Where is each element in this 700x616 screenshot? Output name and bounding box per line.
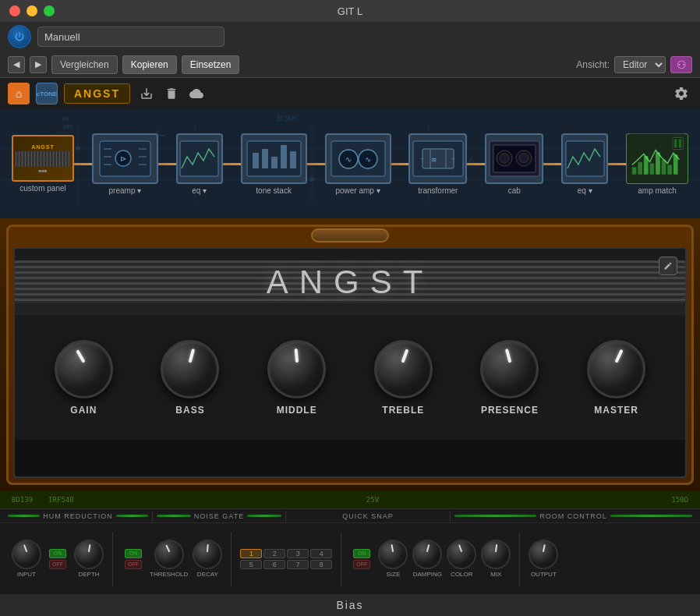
chain-item-transformer[interactable]: ≋ ~ ~ transformer: [408, 133, 467, 195]
master-label: MASTER: [594, 405, 638, 416]
chain-item-preamp[interactable]: ⊳ preamp: [92, 133, 158, 195]
svg-text:BC560C: BC560C: [277, 115, 299, 122]
color-knob[interactable]: [447, 540, 476, 569]
damping-knob[interactable]: [412, 540, 442, 569]
size-knob[interactable]: [378, 540, 408, 569]
chain-item-custom-panel[interactable]: ANGST ■■■ custom panel: [12, 135, 74, 193]
delete-icon[interactable]: [161, 83, 182, 104]
resistor-label: 150Ω: [671, 496, 688, 504]
plugin-name: ANGST: [64, 83, 130, 104]
svg-text:~: ~: [420, 155, 424, 162]
chain-item-eq2[interactable]: eq: [561, 133, 608, 195]
link-button[interactable]: ⚇: [670, 56, 692, 73]
svg-rect-31: [290, 151, 296, 168]
chain-item-cab[interactable]: cab: [485, 133, 543, 195]
threshold-knob[interactable]: [154, 540, 184, 569]
editor-select[interactable]: Editor: [614, 56, 666, 73]
hum-off-button[interactable]: OFF: [49, 560, 66, 569]
knob-presence[interactable]: PRESENCE: [480, 340, 539, 416]
power-button[interactable]: [8, 25, 31, 48]
room-on-button[interactable]: ON: [353, 549, 370, 558]
snap-btn-6[interactable]: 6: [263, 560, 285, 569]
minimize-button[interactable]: [27, 5, 37, 16]
knobs-area: GAIN BASS MIDDLE: [15, 315, 685, 440]
settings-icon[interactable]: [670, 83, 692, 104]
knob-treble[interactable]: TREBLE: [374, 340, 433, 416]
knob-middle[interactable]: MIDDLE: [267, 340, 326, 416]
ctone-button[interactable]: cTONE: [36, 83, 58, 104]
chain-line-1: [74, 163, 92, 165]
snap-btn-1[interactable]: 1: [240, 549, 262, 558]
knob-bass[interactable]: BASS: [161, 340, 219, 416]
svg-text:∿: ∿: [345, 155, 352, 164]
cloud-icon[interactable]: [186, 83, 207, 104]
master-knob[interactable]: [587, 340, 645, 398]
output-knob[interactable]: [529, 540, 558, 569]
hum-on-button[interactable]: ON: [49, 549, 66, 558]
chip2-label: IRF540: [48, 496, 74, 504]
chain-line-5: [391, 163, 409, 165]
snap-btn-4[interactable]: 4: [310, 549, 332, 558]
maximize-button[interactable]: [44, 5, 55, 16]
chain-item-tone-stack[interactable]: tone stack: [241, 133, 307, 195]
presence-knob[interactable]: [480, 340, 539, 398]
svg-rect-27: [253, 153, 259, 168]
treble-knob[interactable]: [374, 340, 433, 398]
depth-knob[interactable]: [74, 540, 104, 569]
knob-master[interactable]: MASTER: [587, 340, 645, 416]
chain-item-eq1[interactable]: eq: [176, 133, 223, 195]
next-button[interactable]: ▶: [30, 56, 47, 73]
mix-knob[interactable]: [481, 540, 511, 569]
decay-knob[interactable]: [193, 540, 222, 569]
bottom-knobs-row: INPUT ON OFF DEPTH ON OFF THRESHOLD: [0, 523, 700, 594]
chain-line-7: [543, 163, 561, 165]
home-button[interactable]: ⌂: [8, 83, 30, 104]
signal-chain: ⊢ ⊢ △ BC560C R8 10M ANGST ■■■ custom pan…: [0, 109, 700, 218]
gate-off-button[interactable]: OFF: [125, 560, 142, 569]
threshold-section: THRESHOLD: [150, 540, 188, 578]
copy-button[interactable]: Kopieren: [122, 55, 177, 74]
gain-knob[interactable]: [55, 340, 113, 398]
amp-grille: ANGST: [15, 249, 685, 315]
room-off-button[interactable]: OFF: [353, 560, 370, 569]
noise-gate-label: NOISE GATE: [194, 512, 244, 520]
transformer-label: transformer: [418, 186, 458, 195]
chain-item-amp-match[interactable]: amp match: [626, 133, 688, 195]
middle-knob[interactable]: [267, 340, 326, 398]
bass-knob[interactable]: [161, 340, 219, 398]
hum-reduction-label: HUM REDUCTION: [43, 512, 113, 520]
output-label: OUTPUT: [531, 571, 557, 578]
gate-on-button[interactable]: ON: [125, 549, 142, 558]
compare-button[interactable]: Vergleichen: [51, 55, 118, 74]
snap-btn-2[interactable]: 2: [263, 549, 285, 558]
paste-button[interactable]: Einsetzen: [182, 55, 240, 74]
toolbar-row2: ◀ ▶ Vergleichen Kopieren Einsetzen Ansic…: [0, 51, 700, 78]
save-icon[interactable]: [136, 83, 157, 104]
input-knob[interactable]: [12, 540, 41, 569]
svg-text:10M: 10M: [62, 124, 72, 130]
gain-label: GAIN: [70, 405, 97, 416]
snap-btn-8[interactable]: 8: [310, 560, 332, 569]
damping-section: DAMPING: [412, 540, 442, 578]
chip1-label: BD139: [12, 496, 33, 504]
decay-label: DECAY: [197, 571, 218, 578]
chain-items: ANGST ■■■ custom panel ⊳: [12, 133, 688, 195]
svg-text:≋: ≋: [431, 156, 437, 164]
prev-button[interactable]: ◀: [8, 56, 25, 73]
svg-text:⊳: ⊳: [120, 154, 126, 163]
depth-section: DEPTH: [74, 540, 104, 578]
edit-button[interactable]: [659, 257, 677, 275]
close-button[interactable]: [9, 5, 20, 16]
chain-item-power-amp[interactable]: ∿ ∿ power amp: [325, 133, 391, 195]
svg-rect-52: [632, 167, 637, 174]
color-label: COLOR: [451, 571, 472, 578]
preset-dropdown[interactable]: Manuell: [37, 27, 224, 47]
decay-section: DECAY: [193, 540, 222, 578]
knob-gain[interactable]: GAIN: [55, 340, 113, 416]
snap-btn-5[interactable]: 5: [240, 560, 262, 569]
presence-label: PRESENCE: [481, 405, 539, 416]
snap-btn-7[interactable]: 7: [287, 560, 309, 569]
svg-text:∿: ∿: [365, 155, 371, 164]
snap-btn-3[interactable]: 3: [287, 549, 309, 558]
voltage-label: 25V: [90, 496, 656, 504]
